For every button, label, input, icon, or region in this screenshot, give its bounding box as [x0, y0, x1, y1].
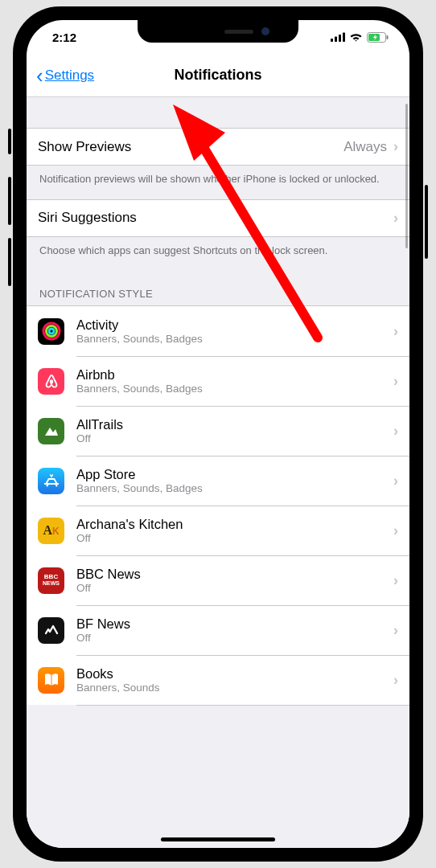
app-info: BooksBanners, Sounds	[76, 665, 393, 695]
bbc-icon: BBCNEWS	[38, 567, 64, 594]
notification-style-header: NOTIFICATION STYLE	[27, 270, 409, 305]
app-row[interactable]: AKArchana's KitchenOff›	[27, 506, 409, 555]
app-subtitle: Banners, Sounds	[76, 682, 393, 694]
siri-suggestions-label: Siri Suggestions	[38, 210, 393, 226]
svg-point-8	[46, 326, 56, 337]
battery-icon	[367, 32, 389, 43]
app-info: Archana's KitchenOff	[76, 516, 393, 546]
cellular-icon	[331, 32, 345, 42]
alltrails-icon	[38, 418, 64, 444]
airbnb-icon	[38, 368, 64, 395]
status-right	[331, 32, 389, 43]
app-name: Archana's Kitchen	[76, 516, 393, 533]
app-name: App Store	[76, 466, 393, 483]
app-name: Airbnb	[76, 366, 393, 383]
svg-rect-6	[387, 35, 389, 39]
app-row[interactable]: App StoreBanners, Sounds, Badges›	[27, 456, 409, 506]
phone-frame: 2:12	[13, 6, 423, 862]
chevron-right-icon: ›	[393, 622, 398, 639]
app-info: AllTrailsOff	[76, 416, 393, 446]
app-info: BBC NewsOff	[76, 566, 393, 596]
chevron-right-icon: ›	[393, 423, 398, 440]
siri-footer: Choose which apps can suggest Shortcuts …	[27, 237, 409, 271]
app-row[interactable]: ActivityBanners, Sounds, Badges›	[27, 306, 409, 356]
bf-icon	[38, 617, 64, 644]
screen: 2:12	[27, 20, 409, 848]
notch	[138, 20, 298, 43]
power-button	[425, 185, 428, 259]
home-indicator[interactable]	[161, 837, 275, 841]
app-name: Books	[76, 665, 393, 682]
content-scroll[interactable]: Show Previews Always › Notification prev…	[27, 97, 409, 848]
app-subtitle: Off	[76, 632, 393, 645]
app-subtitle: Off	[76, 432, 393, 445]
svg-rect-3	[343, 33, 345, 43]
back-button[interactable]: ‹ Settings	[36, 65, 94, 86]
app-subtitle: Banners, Sounds, Badges	[76, 482, 393, 495]
svg-rect-0	[331, 39, 333, 42]
phone-bezel: 2:12	[24, 18, 412, 850]
chevron-right-icon: ›	[393, 572, 398, 589]
chevron-right-icon: ›	[393, 138, 398, 155]
volume-down-button	[8, 238, 11, 286]
volume-up-button	[8, 177, 11, 225]
show-previews-label: Show Previews	[38, 139, 343, 155]
show-previews-row[interactable]: Show Previews Always ›	[27, 128, 409, 166]
appstore-icon	[38, 468, 64, 494]
app-subtitle: Off	[76, 582, 393, 595]
app-name: BBC News	[76, 566, 393, 583]
app-subtitle: Banners, Sounds, Badges	[76, 333, 393, 346]
app-row[interactable]: AllTrailsOff›	[27, 406, 409, 456]
books-icon	[38, 667, 64, 694]
app-row[interactable]: AirbnbBanners, Sounds, Badges›	[27, 356, 409, 406]
app-subtitle: Off	[76, 532, 393, 545]
app-name: AllTrails	[76, 416, 393, 433]
app-info: AirbnbBanners, Sounds, Badges	[76, 366, 393, 396]
show-previews-value: Always	[343, 139, 387, 155]
app-info: App StoreBanners, Sounds, Badges	[76, 466, 393, 496]
svg-point-9	[49, 329, 54, 334]
app-name: Activity	[76, 317, 393, 334]
section-spacer	[27, 97, 409, 128]
app-row[interactable]: BBCNEWSBBC NewsOff›	[27, 555, 409, 605]
status-time: 2:12	[52, 31, 76, 44]
siri-suggestions-row[interactable]: Siri Suggestions ›	[27, 199, 409, 237]
app-name: BF News	[76, 616, 393, 633]
svg-rect-1	[335, 37, 337, 43]
app-subtitle: Banners, Sounds, Badges	[76, 383, 393, 395]
chevron-right-icon: ›	[393, 323, 398, 340]
chevron-right-icon: ›	[393, 473, 398, 489]
app-info: BF NewsOff	[76, 616, 393, 645]
silent-switch	[8, 129, 11, 154]
chevron-right-icon: ›	[393, 522, 398, 539]
nav-bar: ‹ Settings Notifications	[27, 54, 409, 97]
svg-rect-2	[339, 35, 341, 42]
app-info: ActivityBanners, Sounds, Badges	[76, 317, 393, 346]
wifi-icon	[349, 32, 363, 42]
app-list: ActivityBanners, Sounds, Badges›AirbnbBa…	[27, 305, 409, 705]
chevron-left-icon: ‹	[36, 65, 43, 86]
chevron-right-icon: ›	[393, 373, 398, 390]
archana-icon: AK	[38, 518, 64, 544]
scrollbar[interactable]	[405, 104, 408, 248]
chevron-right-icon: ›	[393, 210, 398, 227]
previews-footer: Notification previews will be shown whet…	[27, 166, 409, 199]
chevron-right-icon: ›	[393, 672, 398, 689]
activity-icon	[38, 318, 64, 345]
app-row[interactable]: BooksBanners, Sounds›	[27, 655, 409, 705]
back-label: Settings	[45, 68, 94, 84]
app-row[interactable]: BF NewsOff›	[27, 605, 409, 655]
